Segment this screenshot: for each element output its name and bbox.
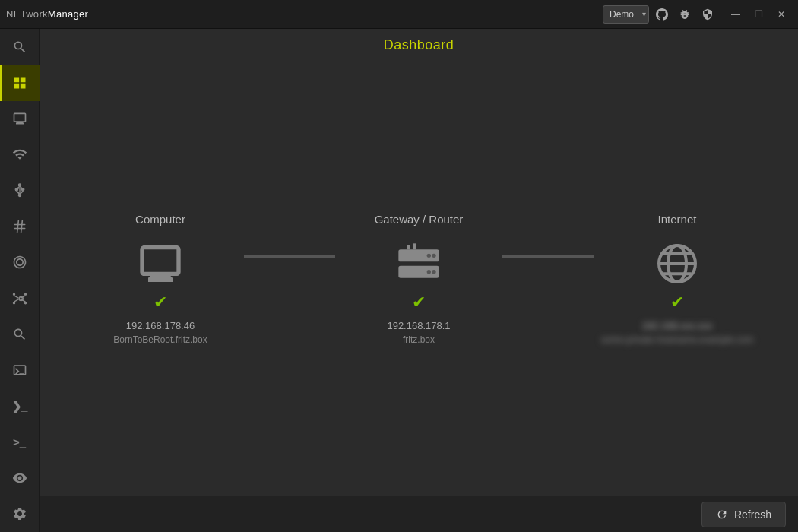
sidebar-item-wifi[interactable] [0,137,40,173]
content-area: Dashboard Computer ✔ 192.168.178.46 Born… [40,29,798,532]
window-controls: — ❐ ✕ [725,4,792,25]
content-header: Dashboard [40,29,798,62]
tag-icon [12,219,27,234]
svg-point-17 [432,270,435,274]
titlebar-left: NETworkManager [6,8,88,20]
internet-status: ✔ [670,293,684,312]
main-layout: ❯_ >_ Da [0,29,798,532]
sidebar-item-connections[interactable] [0,280,40,316]
minimize-button[interactable]: — [725,4,746,25]
monitor-icon [12,111,27,126]
svg-point-3 [18,194,21,196]
terminal-ui-icon [12,363,27,378]
maximize-button[interactable]: ❐ [748,4,769,25]
sidebar-item-view[interactable] [0,460,40,496]
app-title: NETworkManager [6,8,88,20]
bottom-bar: Refresh [40,496,798,532]
sidebar: ❯_ >_ [0,29,40,532]
gateway-title: Gateway / Router [375,213,464,226]
sidebar-item-cmd[interactable]: >_ [0,424,40,460]
sidebar-item-scanner[interactable] [0,245,40,280]
svg-point-14 [427,254,431,258]
svg-point-16 [427,270,431,274]
internet-ip: 192.168.xxx.xxx [641,320,712,331]
network-row: Computer ✔ 192.168.178.46 BornToBeRoot.f… [55,213,783,345]
app-title-suffix: Manager [48,8,88,20]
sidebar-item-terminal[interactable]: ❯_ [0,388,40,424]
sidebar-item-dashboard[interactable] [0,65,40,100]
computer-icon [136,239,185,288]
titlebar-right: Demo Live [603,4,792,25]
router-icon [394,239,443,288]
sidebar-item-search[interactable] [0,29,40,65]
internet-icon [653,239,701,288]
shield-icon[interactable] [699,6,716,23]
computer-ip: 192.168.178.46 [126,320,195,331]
connector-line-2 [502,255,594,258]
github-icon[interactable] [654,6,670,23]
demo-select-wrap[interactable]: Demo Live [603,5,649,24]
app-title-prefix: NETwork [6,8,48,20]
sidebar-item-topology[interactable] [0,173,40,208]
search-icon [12,40,27,55]
internet-node: Internet ✔ 192.168.xxx.xxx some-private-… [594,213,761,345]
bug-icon[interactable] [676,6,693,23]
computer-node: Computer ✔ 192.168.178.46 BornToBeRoot.f… [77,213,244,345]
svg-point-0 [18,184,21,186]
refresh-icon [716,508,728,521]
sidebar-item-network[interactable] [0,101,40,137]
dashboard-area: Computer ✔ 192.168.178.46 BornToBeRoot.f… [40,62,798,496]
close-button[interactable]: ✕ [771,4,792,25]
dashboard-icon [12,75,27,90]
demo-select[interactable]: Demo Live [603,5,649,24]
gateway-node: Gateway / Router ✔ [335,213,502,345]
sidebar-item-globe-search[interactable] [0,316,40,352]
page-title: Dashboard [384,37,454,53]
sidebar-item-settings[interactable] [0,496,40,532]
internet-title: Internet [658,213,697,226]
powershell-icon: ❯_ [11,399,28,413]
topology-icon [12,183,27,198]
internet-hostname: some-private-hostname.example.com [601,334,754,345]
wifi-icon [12,147,27,162]
svg-line-10 [14,299,18,301]
svg-point-15 [432,254,435,258]
sidebar-item-terminal-ui[interactable] [0,353,40,388]
sidebar-item-tag[interactable] [0,208,40,244]
refresh-label: Refresh [734,508,771,521]
globe-search-icon [12,327,27,342]
titlebar-icons [654,6,716,23]
connector-line-1 [244,255,335,258]
connections-icon [12,291,27,306]
titlebar: NETworkManager Demo Live [0,0,798,29]
computer-title: Computer [135,213,185,226]
cmd-icon: >_ [13,435,26,448]
eye-icon [12,470,27,486]
scanner-icon [12,255,27,270]
computer-hostname: BornToBeRoot.fritz.box [113,334,207,345]
gateway-hostname: fritz.box [403,334,435,345]
gateway-status: ✔ [412,293,426,312]
settings-icon [12,506,27,521]
svg-line-8 [14,295,18,297]
refresh-button[interactable]: Refresh [701,502,786,527]
computer-status: ✔ [154,293,167,312]
gateway-ip: 192.168.178.1 [387,320,450,331]
